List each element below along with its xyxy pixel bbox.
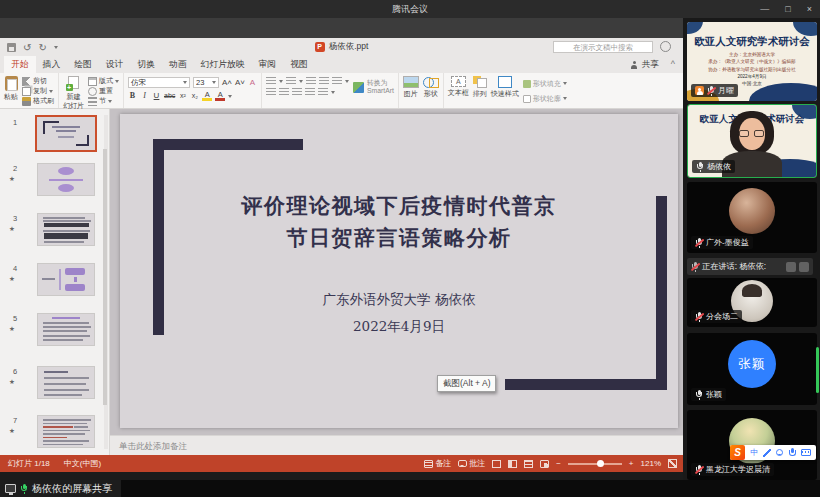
zoom-out-button[interactable]: − (556, 459, 561, 468)
reset-button[interactable]: 重置 (88, 86, 119, 96)
normal-view-icon[interactable] (492, 460, 501, 468)
font-size-select[interactable]: 23 (193, 77, 219, 88)
screen-share-status-chip[interactable]: 杨依依的屏幕共享 (0, 480, 121, 497)
increase-indent-icon[interactable] (319, 77, 329, 85)
reading-view-icon[interactable] (524, 460, 533, 468)
slide-number-indicator: 幻灯片 1/18 (8, 458, 50, 469)
convert-smartart-button[interactable]: 转换为 SmartArt (353, 75, 394, 96)
slide-editing-surface[interactable]: 评价理论视域下后疫情时代普京 节日贺辞言语策略分析 广东外语外贸大学 杨依依 2… (120, 114, 678, 428)
participant-tile-2[interactable]: 欧亚人文研究学术研讨会 杨依依 (687, 104, 817, 178)
line-spacing-icon[interactable] (332, 77, 342, 85)
close-button[interactable]: × (807, 4, 812, 14)
mic-on-icon (20, 484, 28, 494)
textbox-button[interactable]: A 文本框 (448, 75, 469, 98)
layout-button[interactable]: 版式 (88, 76, 119, 86)
paste-button[interactable]: 粘贴 (4, 75, 18, 102)
shrink-font-button[interactable]: A˅ (235, 78, 245, 88)
notes-pane[interactable]: 单击此处添加备注 (110, 435, 683, 455)
sogou-logo-icon[interactable]: S (730, 445, 745, 460)
ime-tools-icon[interactable] (763, 449, 771, 457)
collapse-ribbon-icon[interactable]: ^ (671, 56, 675, 73)
font-name-select[interactable]: 仿宋 (128, 77, 190, 88)
slide-title-textbox[interactable]: 评价理论视域下后疫情时代普京 节日贺辞言语策略分析 (120, 190, 678, 253)
comments-toggle-button[interactable]: 批注 (458, 458, 485, 469)
slide-subtitle-textbox[interactable]: 广东外语外贸大学 杨依依 2022年4月9日 (120, 286, 678, 340)
shape-fill-button[interactable]: 形状填充 (523, 79, 567, 89)
justify-icon[interactable] (305, 88, 315, 96)
subscript-button[interactable]: x₂ (190, 91, 199, 101)
slide-sorter-view-icon[interactable] (508, 460, 517, 468)
participant-tile-3[interactable]: 广外-墨俊益 (687, 182, 817, 253)
italic-button[interactable]: I (140, 91, 149, 101)
participant-tile-1[interactable]: 欧亚人文研究学术研讨会 主办：北京外国语大学 承办：《欧亚人文研究（中俄文）》编… (687, 22, 817, 101)
shapes-button[interactable]: 形状 (423, 75, 439, 99)
font-color-button[interactable]: A (215, 91, 225, 101)
bullets-icon[interactable] (266, 77, 276, 85)
zoom-level[interactable]: 121% (641, 459, 661, 468)
screen-share-icon (5, 484, 16, 493)
zoom-in-button[interactable]: + (629, 459, 634, 468)
superscript-button[interactable]: x² (178, 91, 187, 101)
shapes-icon (423, 76, 439, 88)
highlight-color-button[interactable]: A (202, 91, 212, 101)
tab-view[interactable]: 视图 (283, 56, 315, 73)
maximize-button[interactable]: □ (785, 4, 790, 14)
minimize-button[interactable]: — (760, 4, 769, 14)
picture-button[interactable]: 图片 (403, 75, 419, 99)
align-left-icon[interactable] (266, 88, 276, 96)
notes-toggle-button[interactable]: 备注 (424, 458, 451, 469)
tab-transitions[interactable]: 切换 (130, 56, 162, 73)
new-slide-button[interactable]: + 新建 幻灯片 (63, 75, 84, 111)
thumbnail-scrollbar[interactable] (104, 115, 108, 449)
ime-mode-chinese[interactable]: 中 (750, 447, 758, 458)
cut-button[interactable]: 剪切 (22, 76, 54, 86)
account-circle-icon[interactable] (660, 41, 671, 52)
slide-thumbnail-2[interactable] (37, 163, 95, 196)
tab-animations[interactable]: 动画 (162, 56, 194, 73)
tab-insert[interactable]: 插入 (36, 56, 68, 73)
grow-font-button[interactable]: A˄ (222, 78, 232, 88)
align-right-icon[interactable] (292, 88, 302, 96)
numbering-icon[interactable] (286, 77, 296, 85)
quick-styles-button[interactable]: 快速样式 (491, 75, 519, 99)
slide-thumbnail-7[interactable] (37, 415, 95, 448)
slide-thumbnail-3[interactable] (37, 213, 95, 246)
clear-formatting-button[interactable]: A (248, 78, 257, 88)
section-button[interactable]: 节 (88, 96, 119, 106)
arrange-button[interactable]: 排列 (473, 75, 487, 99)
font-color-dropdown-icon[interactable] (228, 95, 232, 98)
slide-thumbnail-1[interactable] (35, 115, 97, 152)
zoom-slider[interactable] (568, 463, 622, 465)
underline-button[interactable]: U (152, 91, 161, 101)
thumb-number: 1 (13, 118, 17, 127)
slideshow-view-icon[interactable] (540, 460, 549, 468)
tab-draw[interactable]: 绘图 (67, 56, 99, 73)
format-painter-button[interactable]: 格式刷 (22, 96, 54, 106)
copy-button[interactable]: 复制 (22, 86, 54, 96)
ime-emoji-icon[interactable] (776, 449, 783, 456)
columns-icon[interactable] (318, 88, 328, 96)
participant-tile-5[interactable]: 张颖 张颖 (687, 333, 817, 405)
thumb-number: 6 (13, 367, 17, 376)
slide-thumbnail-5[interactable] (37, 313, 95, 346)
fit-slide-icon[interactable] (668, 459, 677, 468)
search-input[interactable] (553, 41, 653, 53)
strikethrough-button[interactable]: abc (164, 91, 175, 101)
tab-slideshow[interactable]: 幻灯片放映 (194, 56, 252, 73)
align-center-icon[interactable] (279, 88, 289, 96)
participant-tile-4[interactable]: 分会场二 (687, 278, 817, 327)
ime-keyboard-icon[interactable] (801, 449, 811, 456)
shape-outline-button[interactable]: 形状轮廓 (523, 94, 567, 104)
tab-home[interactable]: 开始 (4, 56, 36, 73)
share-button[interactable]: 共享 (630, 56, 659, 73)
bold-button[interactable]: B (128, 91, 137, 101)
tab-design[interactable]: 设计 (99, 56, 131, 73)
sidebar-scrollbar[interactable] (816, 347, 819, 393)
font-group: 仿宋 23 A˄ A˅ A B I U abc x² (124, 73, 262, 108)
decrease-indent-icon[interactable] (306, 77, 316, 85)
zoom-slider-knob[interactable] (597, 460, 604, 467)
tab-review[interactable]: 审阅 (252, 56, 284, 73)
slide-thumbnail-6[interactable] (37, 366, 95, 399)
slide-thumbnail-4[interactable] (37, 263, 95, 296)
ime-voice-icon[interactable] (789, 448, 796, 457)
